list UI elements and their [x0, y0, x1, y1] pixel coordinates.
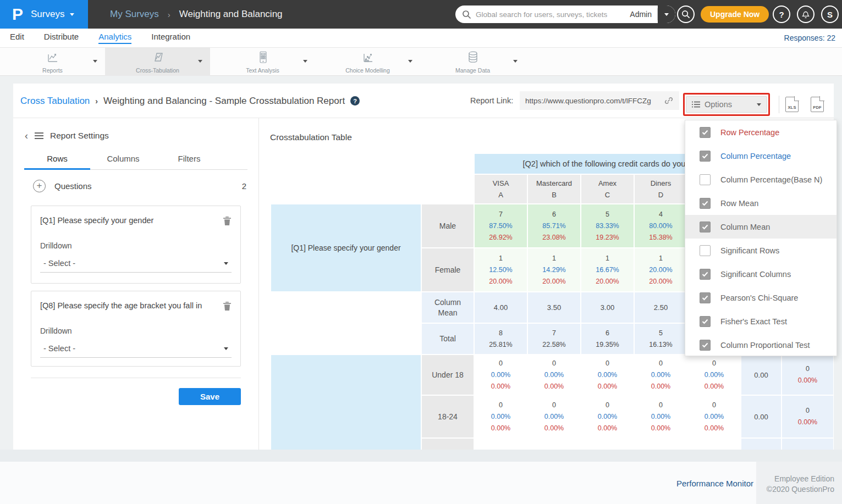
save-button[interactable]: Save: [179, 388, 241, 405]
tab-columns[interactable]: Columns: [90, 149, 156, 169]
checkbox-checked-icon[interactable]: [700, 316, 711, 327]
cell-value: 0.00%: [491, 411, 510, 423]
checkbox-checked-icon[interactable]: [700, 292, 711, 303]
option-column-mean[interactable]: Column Mean: [685, 215, 837, 239]
toolbar-item-cross-tabulation[interactable]: Cross-Tabulation: [105, 48, 210, 76]
chevron-down-icon: [224, 262, 228, 265]
collapse-chevron-icon: ‹: [25, 131, 28, 141]
export-xls-button[interactable]: XLS: [785, 97, 799, 112]
data-cell-under18: 00.00%0.00%: [581, 355, 634, 395]
question-card-title: [Q1] Please specify your gender: [40, 216, 223, 225]
delete-question-button[interactable]: [223, 301, 232, 313]
report-link-field[interactable]: https://www.questionpro.com/t/lFFCZg: [520, 91, 679, 110]
account-avatar[interactable]: S: [821, 5, 839, 23]
chevron-down-icon[interactable]: [513, 60, 518, 63]
option-significant-rows[interactable]: Significant Rows: [685, 239, 837, 262]
data-cell-male: 787.50%26.92%: [475, 204, 527, 247]
search-scope-dropdown[interactable]: [658, 5, 675, 23]
data-cell-under18: 00.00%0.00%: [688, 355, 740, 395]
search-submit-button[interactable]: [677, 5, 695, 23]
toolbar-item-label: Text Analysis: [246, 67, 279, 74]
drilldown-select-value: - Select -: [43, 344, 224, 353]
checkbox-checked-icon[interactable]: [700, 198, 711, 209]
edition-label: Employee Edition: [756, 474, 834, 484]
cell-value: D: [658, 189, 663, 201]
tab-rows[interactable]: Rows: [24, 149, 90, 170]
option-pearson-s-chi-square[interactable]: Pearson's Chi-Square: [685, 286, 837, 309]
cross-tabulation-link[interactable]: Cross Tabulation: [20, 96, 90, 107]
nav-tab-integration[interactable]: Integration: [151, 32, 190, 44]
chevron-down-icon[interactable]: [408, 60, 412, 63]
cell-value: 0: [606, 400, 609, 411]
option-significant-columns[interactable]: Significant Columns: [685, 262, 837, 286]
option-row-mean[interactable]: Row Mean: [685, 191, 837, 215]
drilldown-select[interactable]: - Select -: [40, 257, 232, 273]
drilldown-select-value: - Select -: [43, 259, 224, 268]
data-cell-female: 112.50%20.00%: [475, 248, 527, 291]
option-column-percentage-base-n-[interactable]: Column Percentage(Base N): [685, 168, 837, 191]
crosstab-chart-icon: [151, 50, 165, 67]
cell-value: 0.00%: [544, 369, 564, 381]
checkbox-checked-icon[interactable]: [700, 340, 711, 351]
search-icon: [681, 10, 690, 19]
cell-value: 85.71%: [542, 220, 565, 232]
cell-value: 20.00%: [649, 276, 672, 287]
link-icon[interactable]: [664, 96, 674, 106]
text-analysis-icon: [256, 50, 270, 67]
cell-value: 12.50%: [489, 264, 512, 276]
performance-monitor-link[interactable]: Performance Monitor: [676, 479, 753, 488]
report-help-icon[interactable]: ?: [350, 96, 360, 106]
copyright-label: ©2020 QuestionPro: [756, 484, 834, 495]
tab-filters[interactable]: Filters: [156, 149, 222, 169]
checkbox-checked-icon[interactable]: [700, 269, 711, 280]
chevron-down-icon[interactable]: [303, 60, 307, 63]
chevron-down-icon[interactable]: [198, 60, 202, 63]
global-search-bar[interactable]: Admin: [455, 5, 675, 23]
option-label: Significant Columns: [720, 270, 791, 279]
row-label-total: Total: [422, 324, 474, 354]
checkbox-checked-icon[interactable]: [700, 221, 711, 232]
checkbox-unchecked-icon[interactable]: [700, 245, 711, 256]
option-label: Column Proportional Test: [720, 341, 810, 350]
report-url[interactable]: https://www.questionpro.com/t/lFFCZg: [525, 97, 659, 105]
questions-count: 2: [242, 181, 246, 191]
option-column-percentage[interactable]: Column Percentage: [685, 144, 837, 168]
data-cell-age18_24: 00.00%0.00%: [688, 396, 740, 437]
option-column-proportional-test[interactable]: Column Proportional Test: [685, 333, 837, 357]
upgrade-now-button[interactable]: Upgrade Now: [701, 6, 769, 23]
checkbox-unchecked-icon[interactable]: [700, 174, 711, 185]
checkbox-checked-icon[interactable]: [700, 151, 711, 162]
checkbox-checked-icon[interactable]: [700, 127, 711, 138]
nav-tab-edit[interactable]: Edit: [10, 32, 24, 44]
options-button[interactable]: Options: [686, 96, 767, 113]
nav-tab-distribute[interactable]: Distribute: [44, 32, 79, 44]
option-fisher-s-exact-test[interactable]: Fisher's Exact Test: [685, 309, 837, 333]
drilldown-select[interactable]: - Select -: [40, 342, 232, 358]
toolbar-item-choice-modelling[interactable]: Choice Modelling: [315, 48, 420, 76]
global-search-input[interactable]: [471, 10, 630, 19]
export-pdf-button[interactable]: PDF: [811, 97, 824, 112]
nav-tab-analytics[interactable]: Analytics: [98, 32, 131, 44]
help-button[interactable]: ?: [773, 5, 790, 23]
chevron-down-icon[interactable]: [93, 60, 97, 63]
notifications-button[interactable]: [797, 5, 815, 23]
toolbar-item-manage-data[interactable]: Manage Data: [420, 48, 525, 76]
avatar-letter: S: [827, 10, 833, 19]
toolbar-item-reports[interactable]: Reports: [0, 48, 105, 76]
option-label: Column Percentage(Base N): [720, 175, 822, 184]
cell-value: 1: [606, 253, 609, 264]
data-cell-total: 722.58%: [528, 324, 580, 354]
cell-value: 0.00%: [651, 423, 670, 434]
data-cell-column-mean: 3.50: [528, 292, 580, 323]
report-settings-toggle[interactable]: ‹ Report Settings: [25, 131, 109, 141]
data-cell-age18_24: 00.00%0.00%: [581, 396, 634, 437]
add-question-button[interactable]: +: [33, 180, 46, 192]
choice-modelling-icon: [361, 50, 375, 67]
breadcrumb-my-surveys[interactable]: My Surveys: [110, 9, 159, 20]
delete-question-button[interactable]: [223, 216, 232, 228]
option-row-percentage[interactable]: Row Percentage: [685, 120, 837, 144]
toolbar-item-text-analysis[interactable]: Text Analysis: [210, 48, 315, 76]
cell-value: 0: [806, 405, 810, 417]
product-menu[interactable]: P Surveys: [0, 0, 88, 29]
cell-value: 0: [552, 358, 556, 369]
